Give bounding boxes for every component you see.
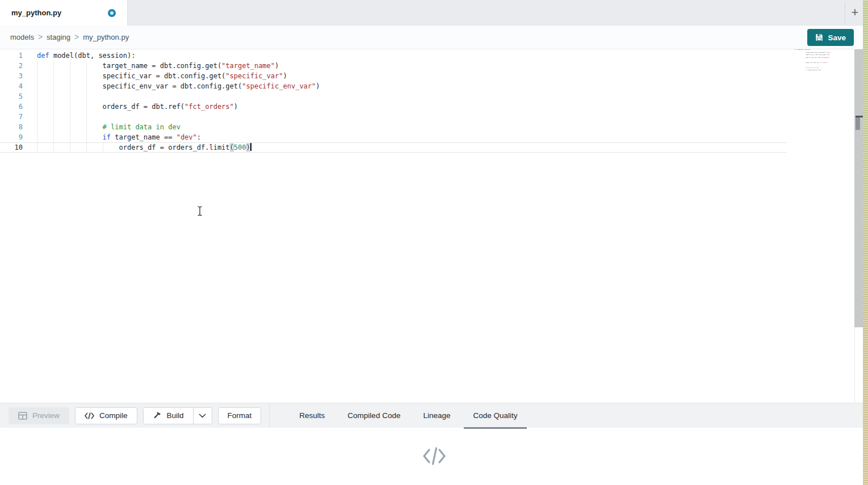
indent-guide: [37, 61, 37, 71]
preview-button-label: Preview: [32, 411, 60, 420]
preview-button[interactable]: Preview: [9, 407, 69, 424]
code-line[interactable]: 6orders_df = dbt.ref("fct_orders"): [0, 102, 787, 112]
line-number: 1: [0, 50, 23, 61]
indent-guide: [53, 102, 54, 112]
breadcrumb-bar: models > staging > my_python.py Save: [0, 26, 868, 49]
editor-minimap[interactable]: def model(dbt, session):target_name = db…: [795, 49, 830, 74]
indent-guide: [53, 81, 54, 91]
code-editor[interactable]: 1def model(dbt, session):2target_name = …: [0, 49, 868, 403]
format-button[interactable]: Format: [218, 407, 262, 424]
code-line[interactable]: 7: [0, 112, 787, 122]
tab-lineage[interactable]: Lineage: [412, 403, 462, 428]
indent-guide: [70, 112, 70, 122]
breadcrumb-separator-icon: >: [74, 32, 79, 41]
panel-tabs: Results Compiled Code Lineage Code Quali…: [288, 403, 529, 428]
line-number: 7: [0, 112, 23, 122]
code-slash-icon: [422, 446, 447, 466]
indent-guide: [70, 81, 70, 91]
table-icon: [18, 412, 27, 420]
indent-guide: [70, 122, 70, 132]
indent-guide: [37, 81, 37, 91]
indent-guide: [70, 143, 70, 152]
indent-guide: [103, 143, 103, 152]
code-line[interactable]: 3specific_var = dbt.config.get("specific…: [0, 71, 787, 81]
line-number: 2: [0, 61, 23, 71]
indent-guide: [70, 102, 70, 112]
code-line[interactable]: 8# limit data in dev: [0, 122, 787, 132]
code-quality-panel: [0, 428, 868, 484]
hammer-icon: [153, 411, 162, 420]
indent-guide: [37, 122, 37, 132]
desktop-background-strip: [863, 0, 868, 485]
code-icon: [85, 412, 94, 419]
code-lines: 1def model(dbt, session):2target_name = …: [0, 49, 787, 153]
breadcrumb-file[interactable]: my_python.py: [83, 33, 129, 41]
indent-guide: [53, 122, 54, 132]
save-button[interactable]: Save: [807, 29, 854, 46]
code-line[interactable]: 5: [0, 91, 787, 102]
breadcrumb-staging[interactable]: staging: [47, 33, 70, 41]
line-number: 3: [0, 71, 23, 81]
indent-guide: [86, 122, 87, 132]
dbt-cloud-ide: my_python.py + models > staging > my_pyt…: [0, 0, 868, 485]
indent-guide: [37, 71, 37, 81]
indent-guide: [37, 132, 37, 142]
line-number: 8: [0, 122, 23, 132]
indent-guide: [70, 132, 70, 142]
toolbar-divider: [269, 403, 270, 428]
editor-right-border: [854, 327, 855, 403]
build-button-group: Build: [143, 407, 212, 424]
chevron-down-icon: [199, 414, 206, 418]
indent-guide: [86, 102, 87, 112]
indent-guide: [86, 91, 87, 102]
tab-label: my_python.py: [11, 9, 61, 17]
indent-guide: [37, 112, 37, 122]
code-line[interactable]: 2target_name = dbt.config.get("target_na…: [0, 61, 787, 71]
indent-guide: [53, 71, 54, 81]
line-number: 6: [0, 102, 23, 112]
scrollbar-thumb[interactable]: [856, 117, 860, 130]
floppy-disk-icon: [815, 33, 823, 41]
indent-guide: [53, 61, 54, 71]
tab-compiled-code[interactable]: Compiled Code: [336, 403, 412, 428]
indent-guide: [53, 112, 54, 122]
build-options-dropdown[interactable]: [193, 408, 212, 424]
line-number: 10: [0, 143, 23, 152]
indent-guide: [70, 91, 70, 102]
code-line[interactable]: 4specific_env_var = dbt.config.get("spec…: [0, 81, 787, 91]
editor-scrollbar[interactable]: [854, 49, 863, 327]
indent-guide: [37, 143, 37, 152]
new-tab-button[interactable]: +: [847, 5, 863, 20]
tabbar-divider: [845, 2, 845, 23]
code-line: orders_df = orders_df.limit(500): [795, 71, 830, 74]
build-button[interactable]: Build: [144, 408, 193, 424]
indent-guide: [86, 132, 87, 142]
code-line[interactable]: 9if target_name == "dev":: [0, 132, 787, 142]
tab-my-python-py[interactable]: my_python.py: [0, 0, 128, 26]
compile-button-label: Compile: [99, 411, 128, 420]
indent-guide: [86, 143, 87, 152]
indent-guide: [70, 71, 70, 81]
breadcrumb-models[interactable]: models: [10, 33, 34, 41]
indent-guide: [86, 61, 87, 71]
indent-guide: [86, 81, 87, 91]
tab-results[interactable]: Results: [288, 403, 336, 428]
indent-guide: [53, 132, 54, 142]
code-line[interactable]: 1def model(dbt, session):: [0, 50, 787, 61]
indent-guide: [86, 71, 87, 81]
indent-guide: [70, 61, 70, 71]
tab-code-quality[interactable]: Code Quality: [462, 403, 529, 428]
line-number: 5: [0, 91, 23, 102]
action-toolbar: Preview Compile Build: [0, 403, 868, 428]
indent-guide: [37, 102, 37, 112]
build-button-label: Build: [167, 411, 184, 420]
indent-guide: [86, 112, 87, 122]
line-number: 9: [0, 132, 23, 142]
editor-tab-bar: my_python.py +: [0, 0, 868, 26]
breadcrumb-separator-icon: >: [38, 32, 43, 41]
code-line[interactable]: 10orders_df = orders_df.limit(500): [0, 142, 787, 153]
text-ibeam-cursor-icon: [196, 206, 203, 218]
line-number: 4: [0, 81, 23, 91]
unsaved-changes-dot-icon: [108, 9, 116, 17]
compile-button[interactable]: Compile: [75, 407, 137, 424]
